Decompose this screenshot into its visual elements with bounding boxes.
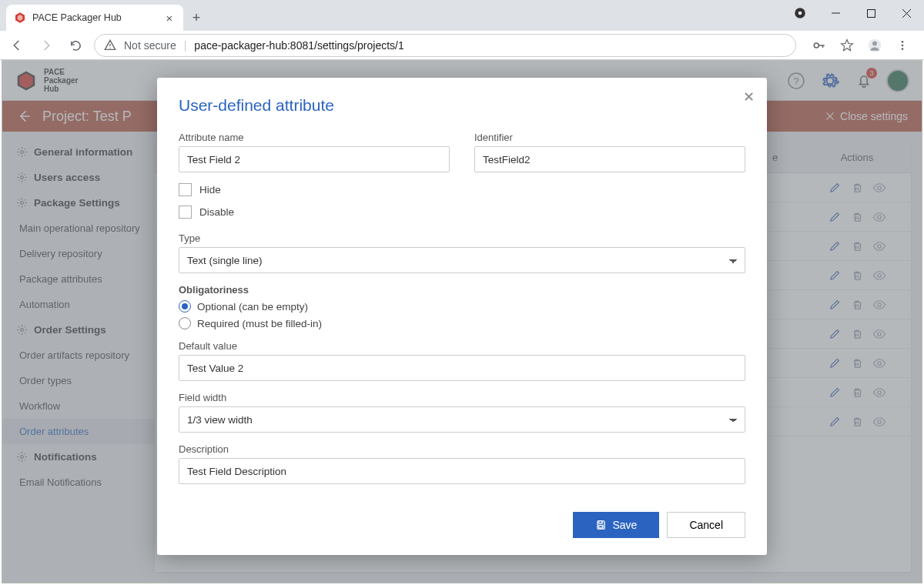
hide-checkbox-row[interactable]: Hide bbox=[179, 183, 745, 196]
url-text: pace-packager-hub:8081/settings/projects… bbox=[194, 39, 403, 52]
close-window-button[interactable] bbox=[889, 0, 924, 26]
tab-strip: PACE Packager Hub × + bbox=[0, 0, 924, 31]
browser-tab[interactable]: PACE Packager Hub × bbox=[6, 5, 183, 31]
back-button[interactable] bbox=[6, 35, 28, 56]
url-input[interactable]: Not secure | pace-packager-hub:8081/sett… bbox=[94, 34, 796, 57]
attr-name-input[interactable] bbox=[179, 146, 450, 172]
svg-point-14 bbox=[902, 45, 904, 47]
disable-checkbox-row[interactable]: Disable bbox=[179, 206, 745, 219]
svg-point-8 bbox=[814, 43, 819, 48]
required-radio-row[interactable]: Required (must be filled-in) bbox=[179, 317, 745, 329]
security-warning-icon bbox=[104, 39, 116, 52]
profile-icon[interactable] bbox=[865, 36, 884, 55]
window-controls bbox=[782, 0, 924, 26]
browser-chrome: PACE Packager Hub × + Not secure | pace-… bbox=[0, 0, 924, 60]
minimize-button[interactable] bbox=[818, 0, 853, 26]
disable-checkbox[interactable] bbox=[179, 206, 192, 219]
save-button[interactable]: Save bbox=[573, 512, 659, 538]
hide-checkbox[interactable] bbox=[179, 183, 192, 196]
svg-point-13 bbox=[902, 41, 904, 43]
svg-rect-36 bbox=[599, 521, 602, 523]
maximize-button[interactable] bbox=[853, 0, 889, 26]
description-input[interactable] bbox=[179, 458, 745, 484]
obligatoriness-label: Obligatoriness bbox=[179, 284, 745, 296]
modal-close-icon[interactable]: ✕ bbox=[743, 89, 755, 105]
tab-favicon-icon bbox=[14, 12, 26, 24]
modal-dialog: ✕ User-defined attribute Attribute name … bbox=[157, 78, 767, 555]
width-label: Field width bbox=[179, 392, 745, 403]
modal-title: User-defined attribute bbox=[179, 96, 745, 115]
type-select[interactable]: Text (single line) bbox=[179, 247, 745, 273]
svg-point-7 bbox=[109, 48, 110, 48]
svg-rect-3 bbox=[867, 9, 875, 17]
address-bar: Not secure | pace-packager-hub:8081/sett… bbox=[0, 31, 924, 60]
tab-title: PACE Packager Hub bbox=[32, 12, 122, 23]
identifier-label: Identifier bbox=[474, 132, 745, 143]
optional-radio-row[interactable]: Optional (can be empty) bbox=[179, 300, 745, 313]
app-root: PACEPackagerHub ? 3 Project: Test P Clos… bbox=[2, 60, 922, 583]
required-radio[interactable] bbox=[179, 317, 191, 329]
modal-overlay: ✕ User-defined attribute Attribute name … bbox=[2, 61, 922, 583]
width-select[interactable]: 1/3 view width bbox=[179, 406, 745, 433]
not-secure-label: Not secure bbox=[124, 39, 176, 52]
forward-button[interactable] bbox=[35, 35, 57, 56]
key-icon[interactable] bbox=[810, 36, 829, 55]
svg-point-12 bbox=[872, 42, 877, 46]
svg-point-15 bbox=[902, 48, 904, 50]
save-icon bbox=[595, 520, 606, 530]
reload-button[interactable] bbox=[65, 35, 86, 56]
default-label: Default value bbox=[179, 340, 745, 352]
tab-close-icon[interactable]: × bbox=[163, 12, 176, 24]
attr-name-label: Attribute name bbox=[179, 132, 450, 143]
optional-radio[interactable] bbox=[179, 300, 191, 313]
type-label: Type bbox=[179, 232, 745, 244]
identifier-input[interactable] bbox=[474, 146, 745, 172]
svg-point-1 bbox=[798, 12, 802, 15]
star-icon[interactable] bbox=[838, 36, 856, 55]
description-label: Description bbox=[179, 443, 745, 455]
new-tab-button[interactable]: + bbox=[183, 5, 209, 31]
default-input[interactable] bbox=[179, 355, 745, 381]
menu-icon[interactable] bbox=[893, 36, 912, 55]
cancel-button[interactable]: Cancel bbox=[667, 512, 745, 538]
incognito-icon[interactable] bbox=[782, 0, 818, 26]
